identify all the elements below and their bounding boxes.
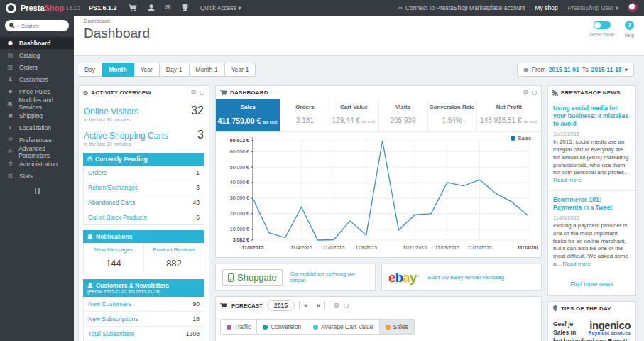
article-title[interactable]: Using social media for your business: 4 … (553, 104, 631, 128)
date-to-label: To (582, 66, 589, 73)
forecast-tab[interactable]: Traffic (221, 320, 257, 334)
pending-row-label: Abandoned Carts (88, 199, 135, 206)
user-avatar[interactable] (628, 3, 638, 13)
forecast-tab[interactable]: Conversion (257, 320, 307, 334)
ebay-link[interactable]: Start uw eBay-winkel vandaag (427, 274, 504, 281)
news-article[interactable]: Ecommerce 101: Payments in a Tweet 11/05… (548, 191, 635, 274)
date-range-button[interactable]: Day (78, 63, 102, 77)
svg-text:30 000 €: 30 000 € (230, 195, 249, 200)
envelope-icon[interactable]: ✉ (165, 4, 171, 11)
date-range-button[interactable]: Year (134, 63, 160, 77)
bell-icon (87, 234, 93, 239)
read-more-link[interactable]: Read more (562, 261, 591, 267)
sidebar-menu-item[interactable]: ▥ Stats (0, 170, 74, 182)
sidebar-search[interactable]: ▾ (5, 20, 69, 31)
date-range-button[interactable]: Month (102, 63, 134, 77)
dashboard-panel-header: DASHBOARD ⚙ (216, 86, 541, 99)
refresh-icon[interactable] (532, 90, 537, 95)
pending-row[interactable]: Orders 1 (84, 166, 204, 180)
metric-box[interactable]: Cart Value 129,44 € tax excl. (329, 99, 378, 131)
sidebar-menu-item[interactable]: ◉ Dashboard (0, 37, 74, 49)
svg-text:10 000 €: 10 000 € (230, 227, 249, 232)
metric-value: 129,44 € (332, 117, 360, 124)
gear-icon[interactable]: ⚙ (523, 90, 529, 96)
shopgate-name: Shopgate (237, 272, 277, 283)
menu-item-icon: ▥ (6, 173, 14, 179)
menu-item-icon: ▥ (6, 64, 14, 70)
sidebar-menu-item[interactable]: ▥ Orders (0, 61, 74, 73)
trophy-icon[interactable] (182, 4, 189, 11)
refresh-icon[interactable] (344, 303, 349, 308)
pending-row-value: 1 (196, 169, 200, 176)
previous-year-button[interactable]: « (300, 301, 312, 310)
search-scope-dropdown-icon[interactable]: ▾ (17, 23, 19, 28)
person-icon[interactable] (148, 4, 155, 11)
forecast-tab[interactable]: Average Cart Value (307, 320, 379, 334)
article-title[interactable]: Ecommerce 101: Payments in a Tweet (553, 196, 631, 212)
notification-column[interactable]: New Messages 144 (84, 243, 143, 274)
customers-row[interactable]: Total Subscribers 1308 (84, 327, 204, 341)
sidebar-menu-item[interactable]: ⚙ Advanced Parameters (0, 146, 74, 158)
help-label: Help (625, 33, 634, 38)
sidebar-menu-item[interactable]: ◐ Localization (0, 121, 74, 134)
next-year-button[interactable]: » (312, 301, 324, 310)
date-range-button[interactable]: Day-1 (160, 63, 190, 77)
notification-value: 882 (146, 258, 202, 269)
cart-icon[interactable] (129, 4, 137, 11)
metric-value-wrap: 148 918,51 € tax excl. (479, 117, 540, 124)
news-article[interactable]: Using social media for your business: 4 … (548, 99, 635, 191)
online-visitors-label[interactable]: Online Visitors (84, 107, 138, 117)
forecast-tab[interactable]: Sales (380, 320, 414, 334)
sidebar-menu-item[interactable]: ▤ Catalog (0, 49, 74, 61)
refresh-icon[interactable] (200, 90, 204, 95)
breadcrumb[interactable]: Dashboard (84, 18, 634, 24)
metric-box[interactable]: Visits 205 939 (379, 99, 428, 131)
help-icon[interactable]: ? (625, 21, 634, 30)
metric-box[interactable]: Net Profit 148 918,51 € tax excl. (477, 99, 541, 131)
prestashop-logo-icon (6, 3, 16, 13)
metric-box[interactable]: Sales 411 759,00 € tax excl. (216, 99, 280, 131)
online-visitors-kpi: Online Visitors 32 (79, 99, 209, 117)
gear-icon[interactable]: ⚙ (191, 90, 197, 96)
gear-icon[interactable]: ⚙ (334, 303, 339, 309)
my-shop-link[interactable]: My shop (535, 4, 557, 11)
demo-mode-toggle[interactable] (594, 21, 611, 29)
marketplace-connect-link[interactable]: ∞Connect to PrestaShop Marketplace accou… (398, 4, 525, 11)
find-more-news-link[interactable]: Find more news (548, 274, 635, 295)
metric-box[interactable]: Orders 3 181 (280, 99, 329, 131)
pending-row[interactable]: Return/Exchanges 3 (84, 180, 204, 195)
shopgate-link[interactable]: Ga mobiel en verhoog uw omzet (290, 271, 369, 283)
chart-legend[interactable]: Sales (511, 135, 531, 141)
ebay-letter: a (403, 270, 410, 285)
sidebar-menu-item[interactable]: ▣ Modules and Services (0, 97, 74, 109)
pending-row[interactable]: Out of Stock Products 6 (84, 210, 204, 224)
person-icon (87, 283, 93, 288)
sidebar-menu-item[interactable]: ◆ Price Rules (0, 85, 74, 97)
pending-row[interactable]: Abandoned Carts 43 (84, 195, 204, 210)
active-carts-label[interactable]: Active Shopping Carts (84, 131, 168, 141)
date-picker[interactable]: ▦ From 2015-11-01 To 2015-11-18 ▾ (517, 63, 634, 77)
customers-row[interactable]: New Customers 90 (84, 297, 204, 312)
customers-row[interactable]: New Subscriptions 18 (84, 312, 204, 327)
svg-text:11/8/2015: 11/8/2015 (355, 245, 377, 250)
user-menu[interactable]: PrestaShop User ▾ (568, 4, 618, 11)
menu-item-icon: ◆ (6, 88, 14, 94)
metric-box[interactable]: Conversion Rate 1.54% (428, 99, 477, 131)
date-range-button[interactable]: Month-1 (190, 63, 225, 77)
metric-value: 1.54% (442, 117, 462, 124)
sidebar-menu-item[interactable]: ⚙ Administration (0, 158, 74, 170)
ebay-banner[interactable]: ebay™ Start uw eBay-winkel vandaag (381, 264, 542, 291)
shopgate-banner[interactable]: Shopgate Ga mobiel en verhoog uw omzet (215, 264, 376, 291)
search-input[interactable] (21, 23, 58, 29)
sidebar-menu-item[interactable]: ⚒ Preferences (0, 134, 74, 146)
main-area: Dashboard Dashboard Demo mode ? Help Day… (74, 16, 644, 77)
sidebar-collapse-button[interactable] (33, 188, 41, 194)
notification-column[interactable]: Product Reviews 882 (143, 243, 204, 274)
sidebar-menu-item[interactable]: ◼ Shipping (0, 109, 74, 121)
read-more-link[interactable]: Read more (553, 177, 582, 183)
svg-text:11/11/2015: 11/11/2015 (403, 245, 427, 250)
quick-access-menu[interactable]: Quick Access ▾ (200, 4, 241, 11)
menu-item-label: Preferences (19, 136, 52, 144)
sidebar-menu-item[interactable]: ♟ Customers (0, 73, 74, 85)
date-range-button[interactable]: Year-1 (225, 63, 256, 77)
